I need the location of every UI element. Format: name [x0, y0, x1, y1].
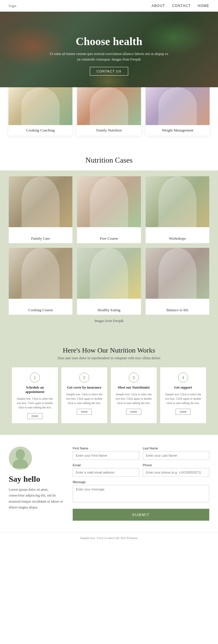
case-balance-to-life: Balance to life: [146, 248, 209, 315]
step-2-number: 2: [79, 373, 89, 383]
step-4-number: 4: [178, 373, 188, 383]
step-4-heading: Get support: [174, 385, 192, 390]
contact-us-button[interactable]: CONTACT US: [90, 67, 128, 76]
hero-title: Choose health: [76, 35, 142, 48]
last-name-input[interactable]: [143, 451, 209, 460]
step-1-more[interactable]: more: [27, 413, 43, 419]
card-cooking-coaching: Cooking Coaching: [8, 87, 72, 136]
svg-point-1: [13, 459, 28, 468]
service-cards: Cooking Coaching Family Nutrition Weight…: [0, 87, 218, 147]
family-nutrition-label: Family Nutrition: [77, 125, 141, 136]
email-group: Email: [73, 463, 139, 477]
healthy-eating-label: Healthy Eating: [81, 305, 137, 315]
step-3-number: 3: [129, 373, 139, 383]
freepik-link[interactable]: Freepik: [113, 319, 124, 323]
cooking-coaching-label: Cooking Coaching: [8, 125, 72, 136]
email-label: Email: [73, 463, 139, 467]
message-textarea[interactable]: [73, 485, 209, 502]
step-2-heading: Get cover by insurance: [67, 385, 101, 390]
last-name-label: Last Name: [143, 446, 209, 450]
avatar: [9, 446, 32, 470]
hero-description: Ut enim ad minim veniam quis nostrud exe…: [48, 51, 170, 62]
hero-section: Choose health Ut enim ad minim veniam qu…: [0, 12, 218, 99]
phone-group: Phone: [143, 463, 209, 477]
cooking-course-label: Cooking Course: [12, 305, 69, 315]
phone-label: Phone: [143, 463, 209, 467]
case-healthy-eating: Healthy Eating: [77, 248, 141, 315]
balance-life-label: Balance to life: [149, 305, 206, 315]
contact-left: Say hello Lorem ipsum dolor sit amet, co…: [9, 446, 64, 521]
step-3-text: Sample text. Click to select the text bo…: [115, 392, 153, 405]
footer-text: Sample text. Click to select the Text El…: [80, 536, 138, 540]
email-phone-row: Email Phone: [73, 463, 209, 477]
step-4-more[interactable]: more: [176, 409, 191, 415]
submit-button[interactable]: SUBMIT: [73, 509, 209, 521]
nutrition-cases-title-area: Nutrition Cases: [0, 147, 218, 170]
logo: logo: [9, 3, 17, 8]
name-row: First Name Last Name: [73, 446, 209, 460]
nav-contact[interactable]: CONTACT: [172, 4, 191, 8]
nav-about[interactable]: ABOUT: [152, 4, 165, 8]
cases-grid: Family Care Free Course Workshops Cookin…: [9, 176, 209, 315]
step-2-text: Sample text. Click to select the text bo…: [65, 392, 103, 405]
message-label: Message: [73, 480, 209, 484]
nutrition-cases-title: Nutrition Cases: [6, 156, 212, 165]
step-1-heading: Schedule an appointment: [16, 385, 54, 394]
step-2: 2 Get cover by insurance Sample text. Cl…: [61, 367, 107, 423]
step-4: 4 Get support Sample text. Click to sele…: [160, 367, 206, 423]
how-steps: 1 Schedule an appointment Sample text. C…: [9, 367, 209, 423]
weight-management-image: [146, 87, 210, 125]
step-3-heading: Meet our Nutritionist: [118, 385, 150, 390]
case-workshops: Workshops: [146, 176, 209, 243]
family-care-image: [9, 176, 72, 227]
family-nutrition-image: [77, 87, 141, 125]
nav-home[interactable]: HOME: [198, 4, 209, 8]
balance-life-image: [146, 248, 209, 299]
svg-point-0: [16, 449, 25, 460]
contact-body-text: Lorem ipsum dolor sit amet, consectetur …: [9, 487, 64, 510]
step-4-text: Sample text. Click to select the text bo…: [164, 392, 202, 405]
case-cooking-course: Cooking Course: [9, 248, 72, 315]
contact-section: Say hello Lorem ipsum dolor sit amet, co…: [0, 435, 218, 532]
message-group: Message: [73, 480, 209, 502]
step-1-text: Sample text. Click to select the text bo…: [16, 396, 54, 410]
step-1-number: 1: [30, 373, 40, 383]
footer-note: Sample text. Click to select the Text El…: [0, 532, 218, 543]
free-course-label: Free Course: [81, 234, 137, 243]
step-2-more[interactable]: more: [77, 409, 92, 415]
case-family-care: Family Care: [9, 176, 72, 243]
cooking-course-image: [9, 248, 72, 299]
first-name-label: First Name: [73, 446, 139, 450]
contact-form: First Name Last Name Email Phone Message…: [73, 446, 209, 521]
family-care-label: Family Care: [12, 234, 69, 243]
healthy-eating-image: [77, 248, 141, 299]
freepik-attribution: Images from Freepik: [9, 315, 209, 323]
how-subtitle: Duis aute irure dolor in reprehenderit i…: [9, 356, 209, 360]
free-course-image: [77, 176, 141, 227]
navigation: logo ABOUT CONTACT HOME: [0, 0, 218, 12]
card-weight-management: Weight Management: [146, 87, 210, 136]
greeting-heading: Say hello: [9, 474, 64, 484]
how-section: Here's How Our Nutrition Works Duis aute…: [0, 335, 218, 435]
workshops-label: Workshops: [149, 234, 206, 243]
email-input[interactable]: [73, 468, 139, 477]
cooking-coaching-image: [8, 87, 72, 125]
first-name-input[interactable]: [73, 451, 139, 460]
step-3: 3 Meet our Nutritionist Sample text. Cli…: [111, 367, 157, 423]
weight-management-label: Weight Management: [146, 125, 210, 136]
how-title-area: Here's How Our Nutrition Works: [9, 338, 209, 356]
step-1: 1 Schedule an appointment Sample text. C…: [12, 367, 58, 423]
workshops-image: [146, 176, 209, 227]
last-name-group: Last Name: [143, 446, 209, 460]
first-name-group: First Name: [73, 446, 139, 460]
nav-links: ABOUT CONTACT HOME: [152, 4, 209, 8]
how-title: Here's How Our Nutrition Works: [9, 346, 209, 354]
case-free-course: Free Course: [77, 176, 141, 243]
nutrition-cases-section: Family Care Free Course Workshops Cookin…: [0, 170, 218, 335]
step-3-more[interactable]: more: [126, 409, 142, 415]
card-family-nutrition: Family Nutrition: [77, 87, 141, 136]
avatar-image: [12, 448, 29, 468]
phone-input[interactable]: [143, 468, 209, 477]
